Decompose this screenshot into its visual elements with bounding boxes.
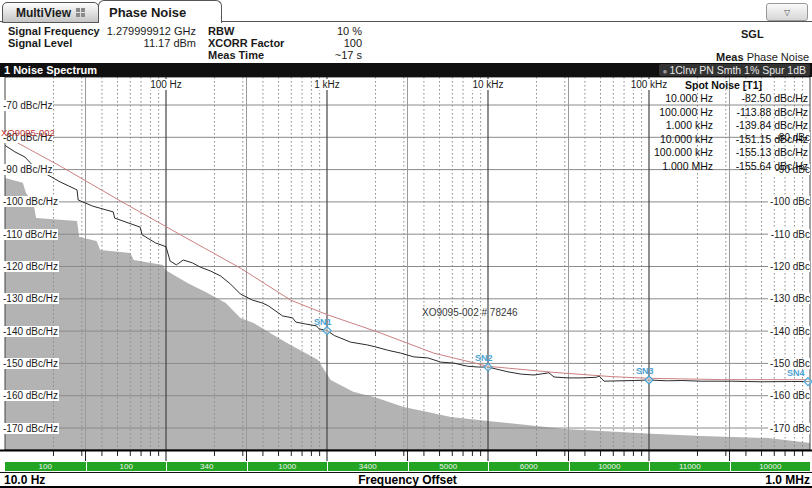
xcorr-segment: 6000	[489, 462, 569, 471]
y-axis-label-right: -170 dBc	[768, 423, 810, 434]
xcorr-factor-label: XCORR Factor	[208, 37, 284, 49]
xcorr-segment: 1000	[248, 462, 328, 471]
x-axis-end-label: 1.0 MHz	[765, 473, 810, 487]
spot-noise-marker-SN3[interactable]	[645, 376, 653, 384]
xcorr-factor-value: 100	[280, 37, 362, 49]
y-axis-label-right: -100 dBc	[768, 196, 810, 207]
spot-noise-row: 10.000 Hz-82.50 dBc/Hz	[600, 92, 808, 106]
y-axis-label-left: -90 dBc/Hz	[2, 164, 53, 175]
xcorr-segment: 11000	[650, 462, 730, 471]
x-axis-decade-label: 10 kHz	[470, 79, 505, 90]
xcorr-segment: 5000	[409, 462, 489, 471]
spot-noise-row: 100.000 Hz-113.88 dBc/Hz	[600, 106, 808, 120]
x-axis-footer: 10.0 Hz Frequency Offset 1.0 MHz	[0, 472, 812, 487]
y-axis-label-right: -110 dBc	[768, 229, 810, 240]
xcorr-segment: 100	[87, 462, 167, 471]
signal-frequency-label: Signal Frequency	[8, 25, 100, 37]
window-dropdown-button[interactable]: ▽	[766, 3, 808, 21]
spot-noise-marker-SN1[interactable]	[323, 327, 331, 335]
spot-noise-value: -82.50 dBc/Hz	[713, 92, 808, 106]
y-axis-label-left: -120 dBc/Hz	[2, 261, 59, 272]
rbw-label: RBW	[208, 25, 234, 37]
spot-noise-freq: 100.000 kHz	[600, 146, 713, 160]
y-axis-label-left: -140 dBc/Hz	[2, 326, 59, 337]
xcorr-segment: 10000	[570, 462, 650, 471]
tab-phase-noise[interactable]: Phase Noise	[98, 0, 222, 23]
y-axis-label-left: -170 dBc/Hz	[2, 423, 59, 434]
spot-noise-table: Spot Noise [T1] 10.000 Hz-82.50 dBc/Hz10…	[600, 79, 808, 174]
spot-noise-value: -155.13 dBc/Hz	[713, 146, 808, 160]
signal-level-label: Signal Level	[8, 37, 72, 49]
xcorr-segment: 100	[5, 462, 86, 471]
trace1-annotation: XO9095-002 # 78246	[422, 307, 518, 318]
meas-value: Phase Noise	[747, 51, 809, 63]
x-axis-decade-label: 100 Hz	[148, 79, 184, 90]
spot-noise-value: -113.88 dBc/Hz	[713, 106, 808, 120]
spot-noise-title: Spot Noise [T1]	[685, 79, 808, 92]
spot-noise-row: 100.000 kHz-155.13 dBc/Hz	[600, 146, 808, 160]
tab-phase-noise-label: Phase Noise	[109, 5, 186, 20]
spot-noise-freq: 100.000 Hz	[600, 106, 713, 120]
spot-noise-value: -155.64 dBc/Hz	[713, 160, 808, 174]
meas-time-label: Meas Time	[208, 49, 264, 61]
xcorr-segment-bar: 1001003401000340050006000100001100010000	[5, 462, 810, 471]
chevron-down-icon: ▽	[784, 8, 790, 17]
spot-noise-value: -151.15 dBc/Hz	[713, 133, 808, 147]
spot-noise-freq: 10.000 kHz	[600, 133, 713, 147]
spot-noise-marker-SN2[interactable]	[484, 363, 492, 371]
rbw-value: 10 %	[280, 25, 362, 37]
spot-noise-value: -139.84 dBc/Hz	[713, 119, 808, 133]
y-axis-label-left: -150 dBc/Hz	[2, 358, 59, 369]
trace-info-chip[interactable]: ●1Clrw PN Smth 1% Spur 1dB	[659, 64, 810, 76]
x-axis-title: Frequency Offset	[5, 473, 810, 487]
y-axis-label-right: -140 dBc	[768, 326, 810, 337]
y-axis-label-left: -130 dBc/Hz	[2, 293, 59, 304]
phase-noise-analyzer-screen: MultiView Phase Noise ▽ Signal Frequency…	[0, 0, 812, 488]
y-axis-label-right: -160 dBc	[768, 390, 810, 401]
spot-noise-marker-label-SN1: SN1	[314, 317, 332, 327]
spot-noise-row: 1.000 kHz-139.84 dBc/Hz	[600, 119, 808, 133]
y-axis-label-right: -150 dBc	[768, 358, 810, 369]
y-axis-label-left: -110 dBc/Hz	[2, 229, 58, 240]
trace2-annotation: XO9095-002	[1, 127, 55, 138]
tab-multiview-label: MultiView	[16, 6, 71, 20]
xcorr-segment: 3400	[328, 462, 408, 471]
spot-noise-marker-label-SN2: SN2	[475, 353, 493, 363]
tab-multiview[interactable]: MultiView	[2, 2, 99, 23]
spot-noise-row: 1.000 MHz-155.64 dBc/Hz	[600, 160, 808, 174]
trace-indicator-icon: ●	[663, 67, 668, 76]
spot-noise-freq: 10.000 Hz	[600, 92, 713, 106]
spot-noise-freq: 1.000 MHz	[600, 160, 713, 174]
trace-info-text: 1Clrw PN Smth 1% Spur 1dB	[669, 64, 806, 76]
meas-label: Meas	[716, 51, 744, 63]
signal-frequency-value: 1.279999912 GHz	[100, 25, 196, 37]
spot-noise-row: 10.000 kHz-151.15 dBc/Hz	[600, 133, 808, 147]
window-title: 1 Noise Spectrum	[4, 63, 97, 77]
multiview-grid-icon	[76, 6, 85, 20]
spot-noise-marker-label-SN4: SN4	[787, 368, 805, 378]
signal-level-value: 11.17 dBm	[100, 37, 196, 49]
y-axis-label-right: -130 dBc	[768, 293, 810, 304]
y-axis-label-left: -70 dBc/Hz	[2, 100, 53, 111]
meas-time-value: ~17 s	[280, 49, 362, 61]
y-axis-label-right: -120 dBc	[768, 261, 810, 272]
spot-noise-freq: 1.000 kHz	[600, 119, 713, 133]
result-window-titlebar: 1 Noise Spectrum ●1Clrw PN Smth 1% Spur …	[0, 63, 812, 77]
sgl-badge: SGL	[741, 28, 764, 40]
spot-noise-marker-SN4[interactable]	[804, 378, 812, 386]
xcorr-segment: 10000	[731, 462, 811, 471]
spot-noise-marker-label-SN3: SN3	[636, 366, 654, 376]
y-axis-label-left: -100 dBc/Hz	[2, 196, 59, 207]
y-axis-label-left: -160 dBc/Hz	[2, 390, 59, 401]
x-axis-decade-label: 1 kHz	[312, 79, 342, 90]
xcorr-segment: 340	[167, 462, 247, 471]
